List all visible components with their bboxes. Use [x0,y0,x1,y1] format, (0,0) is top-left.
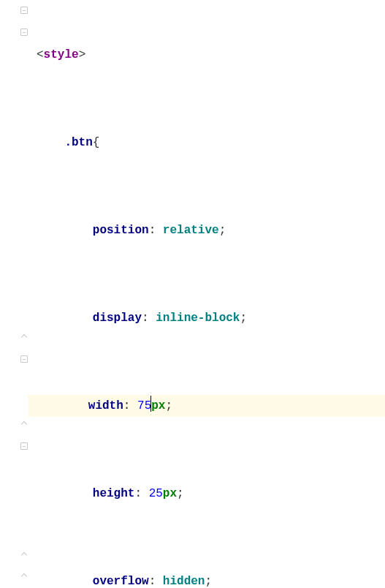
fold-end-icon[interactable] [21,573,27,579]
code-area[interactable]: <style> .btn{ position: relative; displa… [32,0,385,588]
gutter-row [0,22,32,44]
t: hidden [163,575,205,588]
t: overflow [93,575,149,588]
code-line[interactable]: position: relative; [32,219,385,241]
t: relative [163,224,219,237]
fold-icon[interactable] [20,7,28,14]
gutter-row [0,65,32,87]
code-line[interactable]: height: 25px; [32,483,385,505]
gutter-row [0,436,32,458]
fold-icon[interactable] [20,442,28,450]
t: inline-block [156,312,240,325]
gutter-row [0,152,32,174]
gutter-row [0,240,32,262]
gutter-row [0,218,32,240]
t: ; [205,575,212,588]
gutter-row [0,414,32,436]
gutter-row [0,501,32,523]
gutter-row [0,545,32,567]
t: ; [165,399,172,412]
t: : [149,224,163,237]
gutter-row [0,174,32,196]
t: : [134,487,148,500]
fold-icon[interactable] [20,29,28,36]
gutter-row [0,523,32,545]
t: .btn [64,136,92,149]
gutter-row [0,327,32,349]
gutter-row [0,0,32,22]
t: position [93,224,149,237]
t: style [44,48,79,61]
gutter [0,0,32,588]
code-line[interactable]: <style> [32,44,385,66]
gutter-row [0,131,32,153]
t: 75 [137,399,151,412]
gutter-row [0,87,32,109]
gutter-row [0,370,32,392]
fold-end-icon[interactable] [21,551,27,557]
t: width [88,399,123,412]
t: : [123,399,137,412]
t: height [93,487,135,500]
fold-end-icon[interactable] [21,421,27,427]
gutter-row [0,566,32,588]
gutter-row [0,196,32,218]
gutter-row [0,261,32,283]
code-line-highlight[interactable]: width: 75px; [28,395,385,417]
fold-icon[interactable] [20,355,28,363]
t: > [79,48,86,61]
t: < [37,48,44,61]
t: ; [240,312,247,325]
t: : [142,312,156,325]
gutter-row [0,457,32,479]
code-line[interactable]: overflow: hidden; [32,570,385,588]
t: ; [177,487,184,500]
fold-end-icon[interactable] [21,333,27,339]
gutter-row [0,283,32,305]
code-line[interactable]: display: inline-block; [32,307,385,329]
t: : [149,575,163,588]
t: display [93,312,142,325]
t: { [93,136,100,149]
gutter-row [0,44,32,66]
gutter-row [0,479,32,501]
gutter-row [0,109,32,131]
gutter-row [0,305,32,327]
t: px [151,399,165,412]
t: 25 [149,487,163,500]
t: px [163,487,177,500]
t: ; [219,224,226,237]
gutter-row [0,349,32,371]
code-line[interactable]: .btn{ [32,132,385,154]
